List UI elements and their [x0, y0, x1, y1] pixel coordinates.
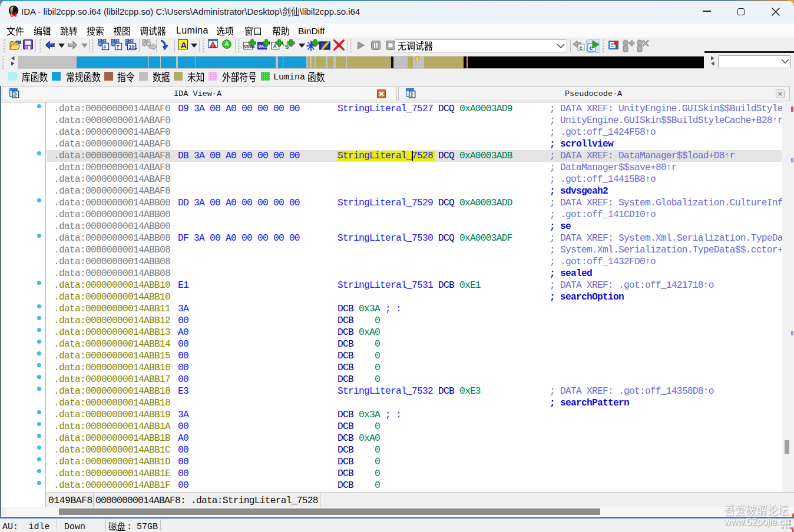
svg-text:c: c [580, 45, 583, 51]
svg-text:T: T [117, 44, 120, 50]
svg-text:101: 101 [129, 44, 137, 50]
svg-text:#: # [104, 44, 107, 50]
svg-text:64: 64 [10, 12, 17, 18]
